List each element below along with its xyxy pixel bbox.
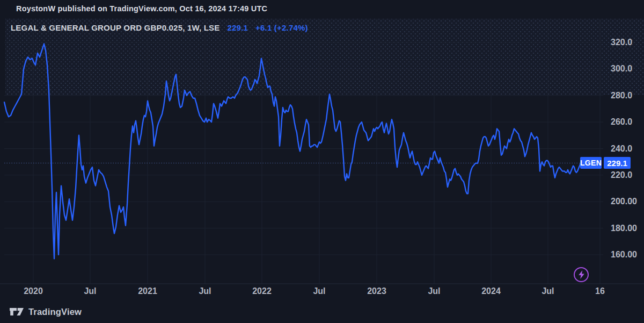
x-axis-label: Jul — [313, 286, 325, 296]
y-axis-label: 180.00 — [611, 223, 637, 234]
lightning-bolt-icon — [578, 270, 585, 279]
price-line-series — [4, 44, 581, 259]
symbol-axis-badge: LGEN — [580, 157, 602, 169]
x-axis-label: 2021 — [138, 286, 157, 296]
tradingview-logo-text: TradingView — [28, 307, 82, 317]
y-axis-label: 320.0 — [611, 37, 632, 48]
x-axis-label: 2022 — [252, 286, 272, 296]
tradingview-published-chart: RoystonW published on TradingView.com, O… — [0, 0, 644, 323]
y-axis-label: 200.00 — [611, 196, 637, 207]
reaction-lightning-button[interactable] — [574, 267, 589, 282]
x-axis-label: 2023 — [367, 286, 386, 296]
symbol-title: LEGAL & GENERAL GROUP ORD GBP0.025, 1W, … — [11, 23, 220, 32]
y-axis-label: 300.0 — [611, 63, 632, 74]
x-axis-label: Jul — [428, 286, 440, 296]
last-price-value: 229.1 — [228, 23, 248, 32]
x-axis-label: Jul — [541, 286, 554, 296]
chart-legend[interactable]: LEGAL & GENERAL GROUP ORD GBP0.025, 1W, … — [11, 23, 308, 32]
tradingview-footer-link[interactable]: TradingView — [10, 305, 82, 318]
x-axis-label: 16 — [595, 286, 605, 296]
x-axis-label: 2024 — [481, 286, 501, 296]
tradingview-logo-icon — [10, 307, 24, 316]
price-change-value: +6.1 (+2.74%) — [255, 23, 308, 32]
y-axis-label: 220.0 — [611, 170, 632, 181]
last-price-axis-badge: 229.1 — [604, 157, 631, 169]
x-axis-label: 2020 — [24, 286, 43, 296]
y-axis-label: 240.0 — [611, 143, 632, 154]
y-axis-label: 160.00 — [611, 249, 637, 260]
price-chart[interactable] — [0, 0, 644, 323]
y-axis-label: 260.0 — [611, 117, 632, 127]
y-axis-label: 280.0 — [611, 90, 632, 101]
x-axis-label: Jul — [199, 286, 211, 296]
x-axis-label: Jul — [84, 286, 96, 296]
